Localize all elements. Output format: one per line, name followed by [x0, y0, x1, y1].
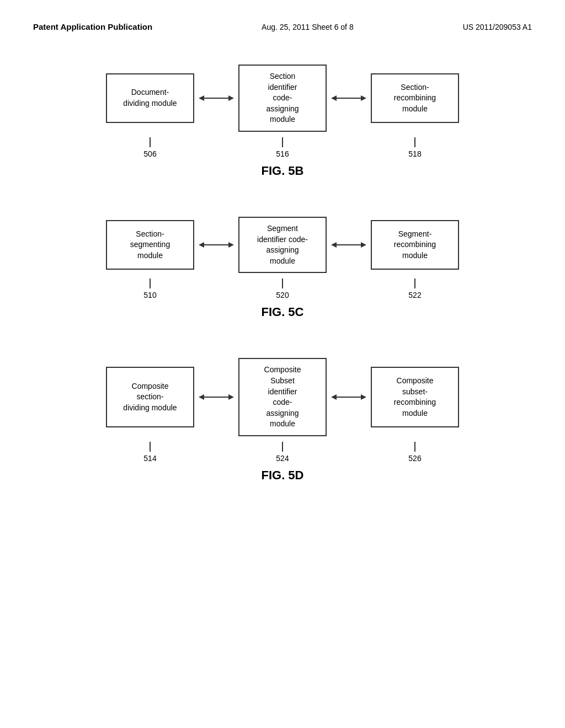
- fig5d-box2: Composite Subset identifier code- assign…: [238, 358, 327, 436]
- svg-marker-17: [361, 394, 366, 400]
- fig5d-box3: Composite subset- recombining module: [371, 367, 459, 427]
- fig5c-arrow1: [194, 239, 238, 250]
- page: Patent Application Publication Aug. 25, …: [0, 0, 565, 728]
- fig5b-label1-container: 506: [106, 137, 194, 158]
- header-center: Aug. 25, 2011 Sheet 6 of 8: [262, 23, 354, 31]
- fig5d-arrow1: [194, 392, 238, 403]
- svg-marker-3: [331, 95, 337, 101]
- fig5d-label: FIG. 5D: [261, 468, 303, 483]
- fig5b-box1: Document- dividing module: [106, 73, 194, 123]
- fig5b-arrow2: [327, 93, 371, 104]
- svg-marker-8: [228, 242, 234, 248]
- fig5d-box1-text: Composite section- dividing module: [123, 381, 177, 414]
- svg-marker-12: [199, 394, 204, 400]
- fig5c-labels: 510 520 522: [33, 279, 532, 299]
- fig5d-label3-container: 526: [371, 442, 459, 463]
- fig5c-box2-text: Segment identifier code- assigning modul…: [257, 223, 308, 266]
- svg-marker-5: [361, 95, 366, 101]
- fig5b-row: Document- dividing module Section identi…: [106, 65, 459, 132]
- fig5c-space1: [194, 279, 238, 299]
- fig5b-space1: [194, 137, 238, 158]
- fig5c-diagram: Section- segmenting module Segment ident…: [33, 217, 532, 325]
- fig5c-vert1: [150, 279, 151, 288]
- svg-marker-11: [361, 242, 366, 248]
- header-left: Patent Application Publication: [33, 22, 152, 31]
- fig5d-diagram: Composite section- dividing module Compo…: [33, 358, 532, 488]
- fig5d-box2-text: Composite Subset identifier code- assign…: [264, 365, 301, 430]
- svg-marker-6: [199, 242, 204, 248]
- fig5c-box2: Segment identifier code- assigning modul…: [238, 217, 327, 273]
- fig5b-space2: [327, 137, 371, 158]
- fig5b-box1-text: Document- dividing module: [123, 87, 177, 109]
- fig5c-num1: 510: [143, 291, 156, 299]
- fig5c-num2: 520: [276, 291, 289, 299]
- header-right: US 2011/209053 A1: [463, 23, 532, 31]
- svg-marker-2: [228, 95, 234, 101]
- fig5b-label: FIG. 5B: [261, 164, 303, 178]
- svg-marker-14: [228, 394, 234, 400]
- fig5d-label2-container: 524: [238, 442, 327, 463]
- fig5b-labels: 506 516 518: [33, 137, 532, 158]
- fig5b-num2: 516: [276, 149, 289, 158]
- fig5c-box1: Section- segmenting module: [106, 220, 194, 270]
- fig5d-num3: 526: [408, 454, 421, 463]
- fig5b-box2: Section identifier code- assigning modul…: [238, 65, 327, 132]
- fig5b-box2-text: Section identifier code- assigning modul…: [266, 71, 299, 125]
- header: Patent Application Publication Aug. 25, …: [33, 22, 532, 31]
- fig5b-diagram: Document- dividing module Section identi…: [33, 65, 532, 184]
- fig5b-arrow1: [194, 93, 238, 104]
- fig5d-box1: Composite section- dividing module: [106, 367, 194, 427]
- fig5d-space1: [194, 442, 238, 463]
- fig5b-num1: 506: [143, 149, 156, 158]
- fig5d-num2: 524: [276, 454, 289, 463]
- fig5c-box3-text: Segment- recombining module: [394, 229, 436, 261]
- fig5d-box3-text: Composite subset- recombining module: [394, 376, 436, 419]
- fig5d-arrow2: [327, 392, 371, 403]
- fig5c-arrow2: [327, 239, 371, 250]
- fig5b-vert1: [150, 137, 151, 147]
- svg-marker-9: [331, 242, 337, 248]
- fig5d-space2: [327, 442, 371, 463]
- fig5d-vert3: [414, 442, 415, 452]
- fig5c-label: FIG. 5C: [261, 305, 303, 319]
- fig5c-label2-container: 520: [238, 279, 327, 299]
- fig5b-num3: 518: [408, 149, 421, 158]
- fig5c-label3-container: 522: [371, 279, 459, 299]
- fig5c-box3: Segment- recombining module: [371, 220, 459, 270]
- svg-marker-15: [331, 394, 337, 400]
- fig5d-vert2: [282, 442, 283, 452]
- fig5b-vert2: [282, 137, 283, 147]
- fig5b-box3-text: Section- recombining module: [394, 82, 436, 115]
- fig5d-label1-container: 514: [106, 442, 194, 463]
- fig5d-num1: 514: [143, 454, 156, 463]
- fig5c-box1-text: Section- segmenting module: [130, 229, 170, 261]
- fig5b-label3-container: 518: [371, 137, 459, 158]
- fig5b-label2-container: 516: [238, 137, 327, 158]
- fig5c-row: Section- segmenting module Segment ident…: [106, 217, 459, 273]
- fig5c-label1-container: 510: [106, 279, 194, 299]
- fig5b-box3: Section- recombining module: [371, 73, 459, 123]
- fig5b-vert3: [414, 137, 415, 147]
- fig5d-row: Composite section- dividing module Compo…: [106, 358, 459, 436]
- fig5d-vert1: [150, 442, 151, 452]
- fig5c-num3: 522: [408, 291, 421, 299]
- fig5c-space2: [327, 279, 371, 299]
- fig5d-labels: 514 524 526: [33, 442, 532, 463]
- svg-marker-0: [199, 95, 204, 101]
- fig5c-vert3: [414, 279, 415, 288]
- fig5c-vert2: [282, 279, 283, 288]
